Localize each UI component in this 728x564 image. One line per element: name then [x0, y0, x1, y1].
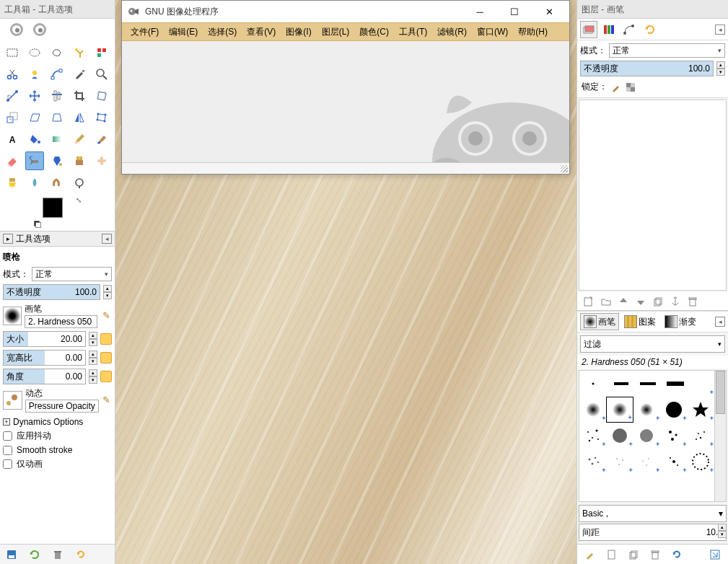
channels-tab[interactable] [600, 21, 618, 38]
pencil-tool[interactable] [70, 130, 89, 149]
opacity-slider[interactable]: 不透明度100.0 [3, 284, 100, 300]
layer-group-icon[interactable] [600, 296, 612, 307]
brush-grid[interactable]: + + + + + + + + + + + + + + + + [579, 371, 714, 501]
default-colors-icon[interactable] [34, 221, 41, 228]
lock-pixels-icon[interactable] [610, 81, 622, 93]
scissors-tool[interactable] [3, 65, 22, 84]
anchor-layer-icon[interactable] [670, 296, 681, 307]
brush-item[interactable] [606, 371, 633, 397]
open-as-image-icon[interactable] [709, 549, 721, 560]
brush-item[interactable]: + [660, 397, 687, 423]
brush-item[interactable]: + [579, 423, 606, 449]
zoom-tool[interactable] [92, 65, 111, 84]
brush-item[interactable]: + [633, 423, 660, 449]
delete-preset-icon[interactable] [52, 549, 63, 560]
menu-color[interactable]: 颜色(C) [355, 25, 393, 40]
dynamics-thumbnail[interactable] [3, 391, 22, 410]
brush-item[interactable]: + [633, 449, 660, 475]
brush-item[interactable]: + [688, 449, 714, 475]
brush-item[interactable]: + [688, 423, 714, 449]
flip-tool[interactable] [70, 108, 89, 127]
opacity-spinner[interactable]: ▴▾ [103, 285, 112, 299]
configure-tab-icon[interactable]: ▸ [3, 234, 13, 244]
bucket-fill-tool[interactable] [25, 130, 44, 149]
scale-tool[interactable] [3, 108, 22, 127]
shear-tool[interactable] [25, 108, 44, 127]
reset-aspect-icon[interactable] [100, 352, 112, 363]
delete-layer-icon[interactable] [687, 296, 698, 307]
by-color-select-tool[interactable] [92, 43, 111, 62]
duplicate-layer-icon[interactable] [652, 296, 664, 307]
titlebar[interactable]: GNU 图像处理程序 ─ ☐ ✕ [122, 1, 569, 22]
brush-item[interactable]: + [633, 397, 660, 423]
maximize-button[interactable]: ☐ [500, 1, 529, 22]
paths-tool[interactable] [48, 65, 66, 84]
mode-select[interactable]: 正常▾ [32, 267, 112, 281]
paintbrush-tool[interactable] [92, 130, 111, 149]
new-brush-icon[interactable] [606, 549, 618, 560]
clone-tool[interactable] [70, 151, 89, 170]
angle-spinner[interactable]: ▴▾ [89, 369, 97, 384]
brush-item[interactable]: + [660, 423, 687, 449]
angle-slider[interactable]: 角度0.00 [3, 369, 86, 384]
menu-file[interactable]: 文件(F) [126, 25, 163, 40]
heal-tool[interactable] [92, 151, 111, 170]
layer-opacity-slider[interactable]: 不透明度100.0 [580, 61, 714, 76]
blend-tool[interactable] [48, 130, 66, 149]
ink-tool[interactable] [48, 151, 66, 170]
smudge-tool[interactable] [48, 173, 66, 192]
brush-item[interactable] [633, 371, 660, 397]
paths-tab[interactable] [620, 21, 638, 38]
lower-layer-icon[interactable] [635, 296, 646, 307]
save-preset-icon[interactable] [6, 549, 17, 560]
rect-select-tool[interactable] [3, 43, 22, 62]
empty-canvas[interactable] [122, 41, 569, 162]
ellipse-select-tool[interactable] [25, 43, 44, 62]
configure-tab-icon[interactable]: ◂ [715, 25, 725, 35]
brushes-tab[interactable]: 画笔 [580, 313, 619, 330]
patterns-tab[interactable]: 图案 [620, 313, 659, 330]
rotate-tool[interactable] [92, 87, 111, 105]
brush-item[interactable]: + [688, 371, 714, 397]
menu-help[interactable]: 帮助(H) [514, 25, 552, 40]
configure-tab-icon[interactable]: ◂ [715, 317, 725, 327]
brush-thumbnail[interactable] [3, 307, 22, 325]
brush-item[interactable]: + [688, 397, 714, 423]
reset-preset-icon[interactable] [75, 549, 87, 560]
new-layer-icon[interactable] [583, 296, 595, 307]
layers-list[interactable] [579, 100, 727, 291]
motion-only-checkbox[interactable]: 仅动画 [3, 457, 112, 472]
measure-tool[interactable] [3, 87, 22, 105]
reset-angle-icon[interactable] [100, 371, 112, 382]
menu-filters[interactable]: 滤镜(R) [433, 25, 471, 40]
brush-spacing-slider[interactable]: 间距10.0 ▴▾ [579, 524, 727, 541]
size-slider[interactable]: 大小20.00 [3, 331, 86, 347]
delete-brush-icon[interactable] [649, 549, 661, 560]
perspective-clone-tool[interactable] [3, 173, 22, 192]
foreground-select-tool[interactable] [25, 65, 44, 84]
brush-item[interactable] [579, 371, 606, 397]
perspective-tool[interactable] [48, 108, 66, 127]
dynamics-options-expander[interactable]: +Dynamics Options [3, 415, 112, 428]
fuzzy-select-tool[interactable] [70, 43, 89, 62]
color-picker-tool[interactable] [70, 65, 89, 84]
aspect-spinner[interactable]: ▴▾ [89, 351, 97, 365]
dodge-tool[interactable] [70, 173, 89, 192]
edit-brush-icon[interactable] [584, 549, 596, 560]
brush-item[interactable]: + [606, 449, 633, 475]
menu-windows[interactable]: 窗口(W) [473, 25, 512, 40]
brush-item[interactable]: + [606, 423, 633, 449]
foreground-color[interactable] [43, 198, 63, 218]
gradients-tab[interactable]: 渐变 [661, 313, 700, 330]
detach-tab-icon[interactable]: ◂ [102, 234, 112, 244]
resize-grip-icon[interactable] [561, 165, 568, 172]
layer-mode-select[interactable]: 正常▾ [609, 43, 725, 58]
brush-item-selected[interactable]: + [606, 397, 633, 423]
brush-scrollbar[interactable] [714, 371, 726, 501]
brush-item[interactable] [660, 371, 687, 397]
layers-tab[interactable] [580, 21, 597, 38]
swap-colors-icon[interactable]: ⤡ [76, 196, 82, 204]
move-tool[interactable] [25, 87, 44, 105]
menu-select[interactable]: 选择(S) [203, 25, 241, 40]
dynamics-field[interactable]: Pressure Opacity [25, 400, 99, 413]
